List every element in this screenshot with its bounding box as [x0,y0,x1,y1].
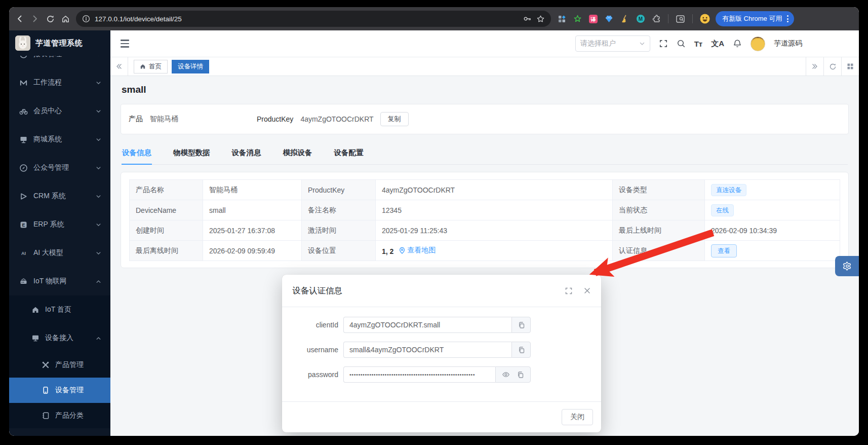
extensions-puzzle-icon[interactable] [649,12,663,26]
fullscreen-icon[interactable] [659,39,668,48]
app-logo[interactable]: 芋道管理系统 [9,30,110,56]
forward-icon[interactable] [28,12,42,25]
close-dialog-button[interactable]: 关闭 [562,409,593,425]
chevron-down-icon [96,250,101,256]
dialog-close-icon[interactable] [583,287,591,294]
tab-thing-model-data[interactable]: 物模型数据 [173,142,211,164]
theme-settings-button[interactable] [835,256,859,276]
notification-bell-icon[interactable] [733,39,742,48]
sidebar-item-iot-home[interactable]: IoT 首页 [9,295,110,324]
workflow-icon [19,79,28,87]
device-status-tag: 在线 [711,204,734,216]
svg-text:译: 译 [590,16,596,22]
url-text[interactable]: 127.0.0.1/iot/device/detail/25 [95,15,518,23]
extension-translate-icon[interactable]: 译 [586,12,600,26]
tabs-layout-grid-icon[interactable] [841,57,859,76]
bookmark-star-icon[interactable] [536,15,545,23]
sidebar-item-workflow[interactable]: 工作流程 [9,68,110,97]
flag-icon [19,192,28,201]
dialog-fullscreen-icon[interactable] [565,287,573,295]
sidebar-item-device-access[interactable]: 设备接入 [9,324,110,352]
device-type-tag: 直连设备 [711,184,746,196]
table-row: 最后离线时间 2026-02-09 09:59:49 设备位置 1, 2查看地图… [130,241,840,261]
table-row: DeviceName small 备注名称 12345 当前状态 在线 [130,200,840,220]
clientid-label: clientId [282,321,338,329]
sidebar-item-erp[interactable]: E ERP 系统 [9,210,110,239]
scroll-tabs-left-icon[interactable] [110,57,128,76]
clientid-row: clientId [282,317,601,333]
sidebar-item-member[interactable]: 会员中心 [9,97,110,125]
gear-icon [842,261,852,271]
sidebar: 芋道管理系统 报表管理 工作流程 会员中心 [9,30,110,436]
password-input[interactable] [343,366,495,383]
sidebar-submenu-iot: IoT 首页 设备接入 产品管理 设备管 [9,295,110,428]
svg-text:M: M [638,16,642,22]
tab-device-config[interactable]: 设备配置 [334,142,364,164]
chevron-down-icon [96,108,101,114]
site-info-icon[interactable] [82,15,90,23]
user-avatar[interactable] [751,36,765,51]
reload-icon[interactable] [44,12,57,25]
copy-username-button[interactable] [511,342,531,358]
show-password-eye-icon[interactable] [502,370,510,379]
tab-device-simulator[interactable]: 模拟设备 [283,142,313,164]
sidebar-item-product-category[interactable]: 产品分类 [9,403,110,428]
chrome-update-label: 有新版 Chrome 可用 [722,14,782,23]
sidebar-item-device-management[interactable]: 设备管理 [9,378,110,403]
chrome-update-chip[interactable]: 有新版 Chrome 可用 [716,11,794,26]
tab-home[interactable]: 首页 [134,60,168,73]
search-icon[interactable] [677,39,686,48]
password-key-icon[interactable] [523,14,532,23]
chevron-down-icon [96,194,101,199]
smartphone-icon [42,386,50,394]
password-row: password [282,366,601,383]
back-icon[interactable] [13,12,26,25]
app-title: 芋道管理系统 [35,39,83,48]
address-bar[interactable]: 127.0.0.1/iot/device/detail/25 [76,11,551,27]
sidebar-menu: 报表管理 工作流程 会员中心 商城系统 [9,40,110,428]
language-icon[interactable]: 文A [711,39,724,49]
view-map-link[interactable]: 查看地图 [399,246,436,255]
extension-broom-icon[interactable] [618,12,632,26]
sidebar-item-mall[interactable]: 商城系统 [9,125,110,154]
shop-icon [19,135,28,144]
sidebar-item-official-account[interactable]: 公众号管理 [9,154,110,182]
extension-grid-icon[interactable] [555,12,569,26]
scroll-tabs-right-icon[interactable] [806,57,823,76]
product-label: 产品 [129,115,143,124]
tenant-select[interactable]: 请选择租户 [575,35,650,52]
table-row: 创建时间 2025-01-27 16:37:08 激活时间 2025-01-29… [130,220,840,241]
extension-m-icon[interactable]: M [634,12,647,26]
username-input[interactable] [343,342,511,358]
productkey-cluster: ProductKey 4aymZgOTOOCrDKRT 复制 [257,112,409,126]
refresh-tab-icon[interactable] [823,57,841,76]
tab-device-info[interactable]: 设备信息 [122,142,152,164]
device-auth-dialog: 设备认证信息 clientId username [282,275,601,432]
browser-menu-icon[interactable] [785,15,790,22]
tab-device-detail[interactable]: 设备详情 [172,60,209,73]
monitor-icon [31,334,40,342]
dialog-title: 设备认证信息 [292,285,342,296]
extension-gem-icon[interactable] [602,12,616,26]
side-panel-search-icon[interactable] [674,12,687,26]
copy-productkey-button[interactable]: 复制 [380,112,409,126]
notebook-icon [42,412,50,420]
tab-device-message[interactable]: 设备消息 [231,142,262,164]
collapse-menu-icon[interactable] [117,36,132,51]
clientid-input[interactable] [343,317,511,333]
table-row: 产品名称 智能马桶 ProductKey 4aymZgOTOOCrDKRT 设备… [130,180,840,200]
profile-emoji-icon[interactable] [698,12,712,26]
view-auth-info-button[interactable]: 查看 [711,244,737,257]
copy-clientid-button[interactable] [511,317,531,333]
sidebar-item-iot[interactable]: IoT 物联网 [9,267,110,295]
font-size-icon[interactable]: Tт [694,40,703,48]
sidebar-item-product-management[interactable]: 产品管理 [9,352,110,378]
copy-password-button[interactable] [517,371,524,379]
logo-rabbit-icon [15,35,30,51]
extension-star-icon[interactable] [571,12,584,26]
username[interactable]: 芋道源码 [774,39,802,48]
home-icon[interactable] [59,12,72,25]
tenant-placeholder: 请选择租户 [580,39,636,48]
sidebar-item-ai[interactable]: AI AI 大模型 [9,239,110,267]
sidebar-item-crm[interactable]: CRM 系统 [9,182,110,210]
